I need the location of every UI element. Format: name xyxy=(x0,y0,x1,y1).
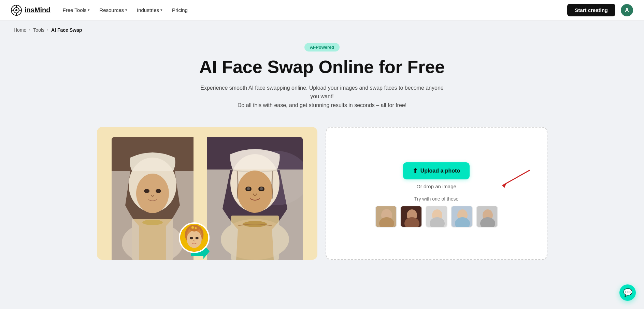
hero-title: AI Face Swap Online for Free xyxy=(7,57,637,77)
svg-point-24 xyxy=(247,187,250,190)
svg-point-21 xyxy=(237,171,273,213)
start-creating-button[interactable]: Start creating xyxy=(567,4,615,16)
try-section: Try with one of these xyxy=(333,196,540,227)
chevron-down-icon: ▾ xyxy=(125,8,127,12)
svg-point-32 xyxy=(189,225,199,231)
chat-bubble-button[interactable]: 💬 xyxy=(619,284,636,301)
nav-links: Free Tools ▾ Resources ▾ Industries ▾ Pr… xyxy=(63,7,188,13)
svg-point-2 xyxy=(15,9,17,11)
breadcrumb-current: AI Face Swap xyxy=(51,27,82,33)
svg-point-11 xyxy=(136,174,169,213)
navbar-right: Start creating A xyxy=(567,4,633,16)
svg-point-33 xyxy=(191,226,194,229)
source-face-circle xyxy=(179,222,210,253)
breadcrumb: Home › Tools › AI Face Swap xyxy=(0,20,644,36)
sample-images xyxy=(333,206,540,227)
nav-item-resources[interactable]: Resources ▾ xyxy=(99,7,127,13)
navbar-left: insMind Free Tools ▾ Resources ▾ Industr… xyxy=(11,5,188,16)
svg-point-12 xyxy=(144,189,149,193)
upload-area: ⬆ Upload a photo Or drop an image xyxy=(403,162,470,189)
breadcrumb-home[interactable]: Home xyxy=(14,27,26,33)
nav-item-pricing[interactable]: Pricing xyxy=(172,7,188,13)
svg-point-30 xyxy=(190,237,193,239)
portrait-right xyxy=(207,137,303,260)
sample-image-3[interactable] xyxy=(426,206,447,227)
logo[interactable]: insMind xyxy=(11,5,51,16)
svg-point-14 xyxy=(142,220,163,225)
breadcrumb-tools[interactable]: Tools xyxy=(33,27,44,33)
illustration-panel xyxy=(97,127,317,260)
sample-image-4[interactable] xyxy=(451,206,473,227)
breadcrumb-separator: › xyxy=(29,28,30,32)
upload-icon: ⬆ xyxy=(413,167,418,175)
try-label: Try with one of these xyxy=(333,196,540,202)
avatar[interactable]: A xyxy=(621,4,633,16)
svg-point-25 xyxy=(260,187,263,190)
upload-panel: ⬆ Upload a photo Or drop an image Try wi… xyxy=(326,127,547,260)
svg-point-29 xyxy=(187,231,202,248)
hero-section: AI-Powered AI Face Swap Online for Free … xyxy=(0,36,644,120)
sample-image-1[interactable] xyxy=(375,206,397,227)
hero-description: Experience smooth AI face swapping onlin… xyxy=(199,84,445,110)
source-face-svg xyxy=(180,222,208,253)
nav-item-free-tools[interactable]: Free Tools ▾ xyxy=(63,7,90,13)
chevron-down-icon: ▾ xyxy=(160,8,162,12)
upload-button[interactable]: ⬆ Upload a photo xyxy=(403,162,470,179)
hero-badge: AI-Powered xyxy=(304,43,340,52)
svg-point-13 xyxy=(156,189,161,193)
face-swap-illustration xyxy=(104,137,311,260)
portrait-right-svg xyxy=(207,137,303,260)
sample-image-5[interactable] xyxy=(476,206,498,227)
or-drop-label: Or drop an image xyxy=(416,183,456,189)
nav-item-industries[interactable]: Industries ▾ xyxy=(137,7,162,13)
svg-point-31 xyxy=(195,237,198,239)
logo-icon xyxy=(11,5,22,16)
svg-marker-36 xyxy=(502,183,506,188)
svg-line-35 xyxy=(502,170,530,186)
chat-icon: 💬 xyxy=(623,288,632,297)
svg-point-34 xyxy=(195,227,196,229)
sample-image-2[interactable] xyxy=(400,206,422,227)
red-arrow-icon xyxy=(492,167,533,194)
chevron-down-icon: ▾ xyxy=(88,8,90,12)
logo-text: insMind xyxy=(25,6,51,14)
breadcrumb-separator-2: › xyxy=(47,28,48,32)
navbar: insMind Free Tools ▾ Resources ▾ Industr… xyxy=(0,0,644,20)
main-content: ⬆ Upload a photo Or drop an image Try wi… xyxy=(83,120,561,274)
